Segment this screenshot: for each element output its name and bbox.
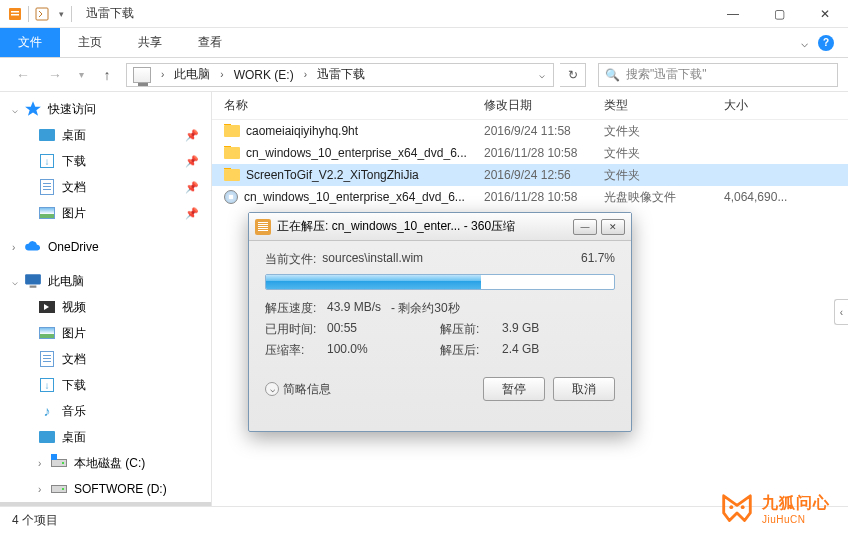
col-date[interactable]: 修改日期 (472, 97, 592, 114)
tree-label: 本地磁盘 (C:) (74, 455, 145, 472)
tree-desktop[interactable]: 桌面📌 (0, 122, 211, 148)
tree-quick-access[interactable]: ⌵ 快速访问 (0, 96, 211, 122)
caret-icon[interactable]: ⌵ (12, 276, 24, 287)
folder-icon (224, 147, 240, 159)
tree-label: 桌面 (62, 127, 86, 144)
expand-ribbon-icon[interactable]: ⌵ (801, 36, 808, 50)
ribbon-file-tab[interactable]: 文件 (0, 28, 60, 57)
chevron-down-icon: ⌵ (265, 382, 279, 396)
help-icon[interactable]: ? (818, 35, 834, 51)
svg-point-7 (729, 505, 733, 509)
ribbon-home-tab[interactable]: 主页 (60, 28, 120, 57)
tree-this-pc[interactable]: ⌵此电脑 (0, 268, 211, 294)
dialog-titlebar[interactable]: 正在解压: cn_windows_10_enter... - 360压缩 — ✕ (249, 213, 631, 241)
close-button[interactable]: ✕ (802, 0, 848, 28)
app-icon (6, 5, 24, 23)
edge-expand-handle[interactable]: ‹ (834, 299, 848, 325)
crumb-sep-icon[interactable]: › (298, 69, 313, 80)
file-name: ScreenToGif_V2.2_XiTongZhiJia (246, 168, 419, 182)
progress-fill (266, 275, 481, 289)
crumb-work[interactable]: WORK (E:) (230, 68, 298, 82)
refresh-button[interactable]: ↻ (560, 63, 586, 87)
ratio-value: 100.0% (327, 342, 368, 359)
tree-desktop2[interactable]: 桌面 (0, 424, 211, 450)
elapsed-label: 已用时间: (265, 321, 327, 338)
tree-label: 快速访问 (48, 101, 96, 118)
nav-back-button[interactable]: ← (10, 62, 36, 88)
download-icon: ↓ (40, 378, 54, 392)
extract-dialog[interactable]: 正在解压: cn_windows_10_enter... - 360压缩 — ✕… (248, 212, 632, 432)
tree-label: 此电脑 (48, 273, 84, 290)
crumb-folder[interactable]: 迅雷下载 (313, 66, 369, 83)
tree-downloads[interactable]: ↓下载📌 (0, 148, 211, 174)
tree-label: 视频 (62, 299, 86, 316)
remaining-value: - 剩余约30秒 (391, 300, 460, 317)
ribbon-share-tab[interactable]: 共享 (120, 28, 180, 57)
watermark-logo-icon (718, 492, 756, 526)
caret-icon[interactable]: ⌵ (12, 104, 24, 115)
crumb-sep-icon[interactable]: › (214, 69, 229, 80)
tree-pics2[interactable]: 图片 (0, 320, 211, 346)
crumb-sep-icon[interactable]: › (155, 69, 170, 80)
tree-label: 文档 (62, 179, 86, 196)
tree-video[interactable]: 视频 (0, 294, 211, 320)
file-row[interactable]: caomeiaiqiyihyhq.9ht 2016/9/24 11:58 文件夹 (212, 120, 848, 142)
svg-rect-6 (30, 286, 37, 288)
tree-onedrive[interactable]: ›OneDrive (0, 234, 211, 260)
nav-up-button[interactable]: ↑ (94, 62, 120, 88)
tree-label: 下载 (62, 377, 86, 394)
brief-info-toggle[interactable]: ⌵ 简略信息 (265, 381, 331, 398)
folder-icon (224, 125, 240, 137)
qat-properties-icon[interactable] (33, 5, 51, 23)
search-icon: 🔍 (605, 68, 620, 82)
cancel-button[interactable]: 取消 (553, 377, 615, 401)
file-name: cn_windows_10_enterprise_x64_dvd_6... (246, 146, 467, 160)
progress-pct: 61.7% (581, 251, 615, 268)
col-name[interactable]: 名称 (212, 97, 472, 114)
caret-icon[interactable]: › (38, 484, 50, 495)
tree-docs[interactable]: 文档📌 (0, 174, 211, 200)
file-row[interactable]: cn_windows_10_enterprise_x64_dvd_6... 20… (212, 186, 848, 208)
pc-icon (133, 67, 151, 83)
caret-icon[interactable]: › (12, 242, 24, 253)
file-row[interactable]: ScreenToGif_V2.2_XiTongZhiJia 2016/9/24 … (212, 164, 848, 186)
tree-label: 图片 (62, 205, 86, 222)
watermark-cn: 九狐问心 (762, 493, 830, 514)
after-value: 2.4 GB (502, 342, 539, 359)
brief-label: 简略信息 (283, 381, 331, 398)
tree-drive-e[interactable]: ›WORK (E:) (0, 502, 211, 506)
tree-drive-c[interactable]: ›本地磁盘 (C:) (0, 450, 211, 476)
archive-icon (255, 219, 271, 235)
dialog-close-button[interactable]: ✕ (601, 219, 625, 235)
tree-music[interactable]: ♪音乐 (0, 398, 211, 424)
caret-icon[interactable]: › (38, 458, 50, 469)
qat-dropdown-icon[interactable]: ▾ (55, 5, 67, 23)
tree-downloads2[interactable]: ↓下载 (0, 372, 211, 398)
minimize-button[interactable]: — (710, 0, 756, 28)
tree-label: OneDrive (48, 240, 99, 254)
nav-recent-dropdown[interactable]: ▾ (74, 62, 88, 88)
crumb-dropdown-icon[interactable]: ⌵ (533, 69, 551, 80)
breadcrumb[interactable]: › 此电脑 › WORK (E:) › 迅雷下载 ⌵ (126, 63, 554, 87)
column-headers[interactable]: 名称 修改日期 类型 大小 (212, 92, 848, 120)
search-input[interactable]: 🔍 搜索"迅雷下载" (598, 63, 838, 87)
progress-bar (265, 274, 615, 290)
col-type[interactable]: 类型 (592, 97, 712, 114)
folder-icon (224, 169, 240, 181)
pause-button[interactable]: 暂停 (483, 377, 545, 401)
documents-icon (40, 351, 54, 367)
crumb-pc[interactable]: 此电脑 (170, 66, 214, 83)
elapsed-value: 00:55 (327, 321, 357, 338)
nav-tree[interactable]: ⌵ 快速访问 桌面📌 ↓下载📌 文档📌 图片📌 ›OneDrive ⌵此电脑 视… (0, 92, 212, 506)
file-row[interactable]: cn_windows_10_enterprise_x64_dvd_6... 20… (212, 142, 848, 164)
col-size[interactable]: 大小 (712, 97, 802, 114)
dialog-minimize-button[interactable]: — (573, 219, 597, 235)
tree-docs2[interactable]: 文档 (0, 346, 211, 372)
titlebar: ▾ 迅雷下载 — ▢ ✕ (0, 0, 848, 28)
tree-pics[interactable]: 图片📌 (0, 200, 211, 226)
maximize-button[interactable]: ▢ (756, 0, 802, 28)
tree-drive-d[interactable]: ›SOFTWORE (D:) (0, 476, 211, 502)
pin-icon: 📌 (185, 129, 199, 142)
tree-label: 音乐 (62, 403, 86, 420)
ribbon-view-tab[interactable]: 查看 (180, 28, 240, 57)
